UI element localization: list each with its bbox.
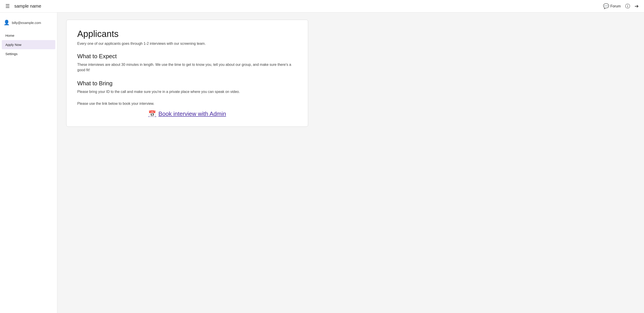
app-title: sample name: [14, 4, 41, 9]
logout-icon[interactable]: ➔: [634, 3, 639, 9]
content-card: Applicants Every one of our applicants g…: [66, 20, 308, 127]
forum-label: Forum: [610, 4, 621, 8]
book-interview-label: Book interview with Admin: [158, 110, 226, 117]
hamburger-icon[interactable]: ☰: [5, 3, 10, 9]
sidebar: 👤 billy@example.com Home Apply Now Setti…: [0, 12, 57, 313]
section-what-to-expect-body: These interviews are about 30 minutes in…: [77, 62, 297, 73]
section-what-to-bring-title: What to Bring: [77, 80, 297, 87]
book-interview-link[interactable]: 📅 Book interview with Admin: [148, 110, 226, 118]
page-title: Applicants: [77, 29, 297, 39]
help-icon[interactable]: ⓘ: [625, 3, 630, 10]
section-what-to-expect-title: What to Expect: [77, 53, 297, 60]
top-nav: ☰ sample name 💬 Forum ⓘ ➔: [0, 0, 644, 12]
section-what-to-bring-body: Please bring your ID to the call and mak…: [77, 89, 297, 94]
main-layout: 👤 billy@example.com Home Apply Now Setti…: [0, 12, 644, 313]
top-nav-left: ☰ sample name: [5, 3, 41, 9]
sidebar-item-apply-now[interactable]: Apply Now: [2, 40, 55, 49]
book-interview-section: 📅 Book interview with Admin: [77, 110, 297, 118]
forum-link[interactable]: 💬 Forum: [603, 3, 621, 9]
main-content: Applicants Every one of our applicants g…: [57, 12, 644, 313]
please-use-text: Please use the link below to book your i…: [77, 102, 297, 106]
sidebar-nav: Home Apply Now Settings: [0, 31, 57, 58]
sidebar-item-settings[interactable]: Settings: [2, 49, 55, 58]
user-email: billy@example.com: [12, 21, 41, 25]
user-avatar-icon: 👤: [4, 20, 10, 26]
sidebar-item-home[interactable]: Home: [2, 31, 55, 40]
forum-icon: 💬: [603, 3, 609, 9]
page-subtitle: Every one of our applicants goes through…: [77, 42, 297, 46]
top-nav-right: 💬 Forum ⓘ ➔: [603, 3, 639, 10]
calendar-icon: 📅: [148, 110, 156, 118]
sidebar-user: 👤 billy@example.com: [0, 18, 57, 31]
